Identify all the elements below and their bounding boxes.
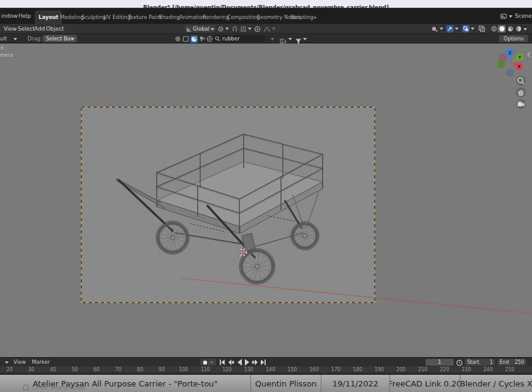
- editor-type-chevron-icon[interactable]: [5, 361, 9, 364]
- object-types-visibility-dropdown[interactable]: [431, 25, 443, 32]
- mode-dropdown-clipped[interactable]: ult: [0, 34, 7, 43]
- start-frame-field[interactable]: Start 1: [465, 359, 495, 366]
- chevron-down-icon: [71, 38, 75, 40]
- chevron-down-icon: [455, 28, 459, 30]
- chevron-down-icon: [272, 28, 275, 30]
- ruler-label: 180: [353, 367, 362, 372]
- end-frame-field[interactable]: End 250: [497, 359, 526, 366]
- gizmo-y-label: Y: [517, 55, 522, 60]
- proportional-falloff-dropdown[interactable]: [263, 25, 275, 32]
- orientation-axes-icon: [186, 26, 192, 32]
- solid-shading-button[interactable]: [498, 25, 506, 32]
- gizmo-x-ball[interactable]: X: [515, 62, 523, 70]
- menu-select[interactable]: Select: [18, 24, 35, 34]
- timeline-header: View Marker 1 St: [0, 357, 532, 366]
- filter-lights-icon[interactable]: [199, 36, 206, 42]
- ruler-label: 120: [222, 367, 231, 372]
- material-preview-shading-icon[interactable]: [508, 26, 514, 32]
- snap-target-dropdown[interactable]: [240, 25, 252, 32]
- ruler-label: 250: [505, 367, 514, 372]
- timeline-ruler[interactable]: 2030405060708090100110120130140150160170…: [0, 366, 532, 375]
- ruler-label: 150: [288, 367, 297, 372]
- chevron-down-icon: [13, 38, 17, 40]
- search-value: rubber: [222, 35, 239, 42]
- menu-view[interactable]: View: [4, 24, 17, 34]
- chevron-down-icon: [225, 28, 229, 30]
- options-dropdown[interactable]: Options: [499, 35, 528, 42]
- sidebar-collapse-arrow[interactable]: [526, 51, 531, 58]
- ruler-label: 210: [418, 367, 427, 372]
- ruler-label: 130: [244, 367, 253, 372]
- next-keyframe-button[interactable]: [252, 360, 258, 365]
- gizmo-neg-y-ball[interactable]: [497, 61, 505, 69]
- ruler-label: 20: [6, 367, 12, 372]
- chevron-down-icon[interactable]: [303, 38, 307, 40]
- ruler-label: 170: [331, 367, 340, 372]
- start-label: Start: [467, 360, 479, 365]
- timeline-menu-view[interactable]: View: [13, 358, 26, 367]
- gizmo-y-ball[interactable]: Y: [516, 53, 524, 61]
- viewport-3d[interactable]: e mera Z Y X: [0, 43, 532, 357]
- scene-icon: [500, 13, 507, 20]
- chevron-down-icon[interactable]: [288, 38, 292, 40]
- search-icon: [215, 36, 220, 42]
- start-value: 1: [490, 359, 493, 366]
- filter-sphere-icon[interactable]: [174, 36, 181, 42]
- scene-selector[interactable]: Scene: [498, 8, 532, 24]
- pan-hand-button[interactable]: [515, 87, 526, 98]
- ruler-label: 50: [72, 367, 78, 372]
- xray-icon: [478, 25, 485, 32]
- snap-toggle[interactable]: [231, 25, 238, 32]
- rendered-shading-icon[interactable]: [515, 26, 522, 32]
- shading-mode-group: [490, 25, 528, 32]
- proportional-editing-toggle[interactable]: [254, 25, 261, 32]
- gizmo-z-ball[interactable]: Z: [506, 49, 514, 57]
- proportional-editing-icon: [254, 26, 261, 32]
- stamp-renderer: Blender / Cycles X: [460, 375, 532, 392]
- camera-view-button[interactable]: [515, 99, 526, 110]
- menu-add[interactable]: Add: [34, 24, 45, 34]
- current-frame-field[interactable]: 1: [425, 359, 454, 366]
- ruler-label: 160: [309, 367, 318, 372]
- topbar: indow Help Layout Modeling Sculpting UV …: [0, 8, 532, 24]
- zoom-button[interactable]: [515, 75, 526, 86]
- menu-window[interactable]: indow: [1, 8, 18, 24]
- auto-key-record-button[interactable]: [200, 359, 216, 366]
- transform-orientation-dropdown[interactable]: Global: [185, 25, 215, 32]
- ruler-label: 110: [201, 367, 210, 372]
- xray-toggle[interactable]: [478, 25, 485, 32]
- gizmos-dropdown[interactable]: [446, 25, 459, 32]
- pivot-point-dropdown[interactable]: [217, 25, 229, 32]
- overlays-dropdown[interactable]: [462, 25, 474, 32]
- jump-to-start-button[interactable]: [219, 360, 225, 365]
- ruler-label: 60: [94, 367, 100, 372]
- chevron-down-icon[interactable]: [523, 28, 527, 31]
- jump-to-end-button[interactable]: [260, 360, 266, 365]
- y-axis-line: [306, 284, 532, 339]
- viewport-overlay-line1: e: [1, 45, 4, 51]
- play-button[interactable]: [244, 359, 250, 366]
- timeline-menu-marker[interactable]: Marker: [32, 358, 50, 367]
- chevron-down-icon: [440, 28, 443, 30]
- filter-box-icon[interactable]: [182, 36, 189, 42]
- gizmo-neg-x-ball[interactable]: [499, 54, 506, 61]
- chevron-down-icon: [211, 28, 214, 31]
- add-workspace-button[interactable]: +: [309, 10, 321, 24]
- end-value: 250: [515, 359, 524, 366]
- gizmo-neg-z-ball[interactable]: [507, 70, 514, 77]
- search-input[interactable]: rubber: [212, 35, 266, 42]
- active-tool-label: Select Box: [46, 36, 73, 42]
- active-tool-dropdown[interactable]: Select Box: [43, 35, 77, 42]
- current-frame-value: 1: [438, 360, 441, 365]
- chevron-down-icon[interactable]: [271, 38, 274, 40]
- ruler-label: 40: [50, 367, 56, 372]
- menu-object[interactable]: Object: [46, 24, 64, 34]
- orientation-label: Global: [193, 25, 209, 32]
- snap-target-icon: [240, 26, 247, 32]
- prev-keyframe-button[interactable]: [228, 360, 234, 365]
- play-reverse-button[interactable]: [237, 359, 242, 366]
- filter-material-icon[interactable]: [190, 36, 198, 43]
- menu-help[interactable]: Help: [18, 8, 31, 24]
- tool-settings-bar: ult Drag: Select Box: [0, 34, 532, 43]
- wireframe-shading-icon[interactable]: [491, 26, 497, 32]
